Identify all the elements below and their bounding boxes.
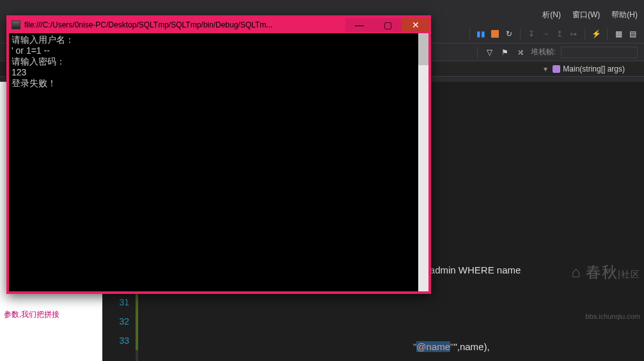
toolbar-separator	[469, 28, 470, 40]
restart-icon[interactable]: ↻	[504, 29, 514, 39]
stackframe-dropdown[interactable]	[561, 47, 638, 58]
window-controls: — ▢ ✕	[345, 18, 430, 32]
toolbar-separator	[477, 47, 478, 58]
step-over-icon[interactable]: →	[540, 29, 551, 39]
toolbar-separator	[585, 28, 585, 40]
flag-icon[interactable]: ⚑	[500, 47, 510, 58]
layout-icon[interactable]: ▦	[613, 29, 624, 39]
pause-icon[interactable]: ▮▮	[476, 29, 486, 39]
code-line	[138, 299, 644, 318]
code-line: "@name"",name),	[138, 337, 644, 357]
minimize-button[interactable]: —	[345, 18, 373, 32]
console-titlebar[interactable]: file:///C:/Users/0nise-PC/Desktop/SQLTmp…	[8, 17, 430, 33]
method-dropdown[interactable]: Main(string[] args)	[553, 65, 625, 73]
step-into-icon[interactable]: ↧	[526, 29, 537, 39]
method-name: Main(string[] args)	[563, 65, 625, 73]
console-scrollbar[interactable]	[418, 33, 428, 291]
toolbar-separator	[520, 28, 521, 40]
step-icon[interactable]: ↦	[569, 29, 579, 39]
close-button[interactable]: ✕	[402, 18, 430, 32]
console-window: file:///C:/Users/0nise-PC/Desktop/SQLTmp…	[6, 15, 431, 294]
line-number: 31	[102, 293, 129, 312]
watermark: ⌂ 春秋|社区 bbs.ichunqiu.com	[571, 232, 640, 351]
line-number: 32	[102, 312, 129, 331]
stop-icon[interactable]	[490, 29, 500, 39]
left-panel-link[interactable]: 参数,我们把拼接	[4, 310, 59, 319]
browser-tab-strip	[0, 0, 644, 5]
menu-analyze[interactable]: 析(N)	[542, 10, 561, 20]
tool-icon[interactable]: ⚡	[591, 29, 601, 39]
threads-icon[interactable]: ⤭	[515, 47, 526, 58]
filter-icon[interactable]: ▽	[485, 47, 495, 58]
console-app-icon	[12, 20, 20, 29]
step-out-icon[interactable]: ↥	[554, 29, 565, 39]
stackframe-label: 堆栈帧:	[531, 47, 556, 58]
toolbar-separator	[607, 28, 608, 40]
method-icon	[553, 65, 560, 73]
line-number: 33	[102, 331, 129, 350]
panel-icon[interactable]: ▤	[627, 29, 638, 39]
console-output[interactable]: 请输入用户名： ' or 1=1 -- 请输入密码： 123 登录失败！	[9, 33, 428, 291]
console-title: file:///C:/Users/0nise-PC/Desktop/SQLTmp…	[24, 20, 345, 29]
scrollbar-thumb[interactable]	[418, 33, 428, 65]
menu-help[interactable]: 帮助(H)	[611, 10, 638, 20]
maximize-button[interactable]: ▢	[373, 18, 402, 32]
menu-window[interactable]: 窗口(W)	[572, 10, 600, 20]
breadcrumb-dropdown-icon[interactable]: ▾	[544, 65, 547, 73]
